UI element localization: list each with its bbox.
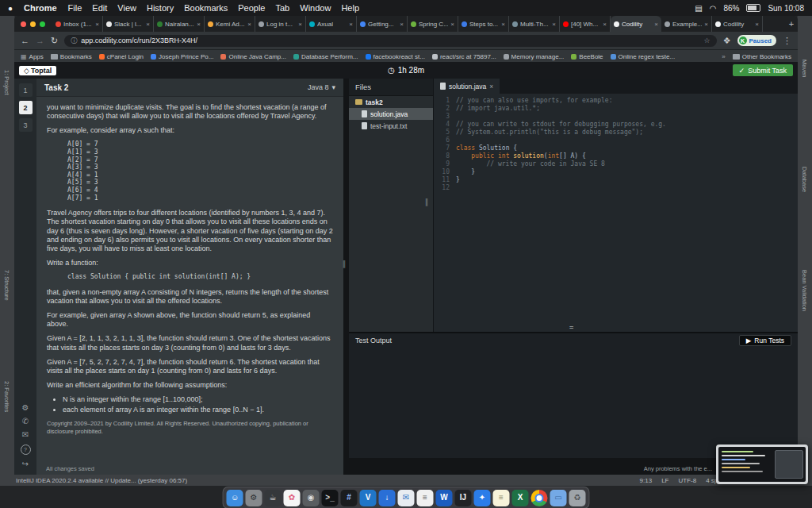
dock-finder-icon[interactable]: ☺ xyxy=(227,490,243,506)
code-line[interactable]: 2// import java.util.*; xyxy=(434,105,798,113)
code-line[interactable]: 7class Solution { xyxy=(434,144,798,152)
desc-splitter-handle[interactable]: ║ xyxy=(342,260,347,267)
tab-close-icon[interactable]: × xyxy=(552,21,556,28)
other-bookmarks[interactable]: Other Bookmarks xyxy=(733,53,791,60)
menu-item-file[interactable]: File xyxy=(68,3,82,13)
bookmark-item[interactable]: cPanel Login xyxy=(99,53,144,60)
code-line[interactable]: 9 // write your code in Java SE 8 xyxy=(434,160,798,168)
url-text[interactable]: app.codility.com/c/run/2X3BRH-X4H/ xyxy=(81,37,197,44)
window-minimize-button[interactable] xyxy=(30,21,36,27)
task-nav-item-1[interactable]: 1 xyxy=(19,83,33,97)
help-icon[interactable]: ? xyxy=(21,444,31,455)
bookmark-star-icon[interactable]: ☆ xyxy=(704,37,710,44)
code-line[interactable]: 8 public int solution(int[] A) { xyxy=(434,152,798,160)
tab-close-icon[interactable]: × xyxy=(95,21,99,28)
browser-tab[interactable]: Steps to...× xyxy=(458,16,509,32)
chrome-menu-icon[interactable]: ⋮ xyxy=(783,36,791,46)
profile-chip[interactable]: K Paused xyxy=(737,35,776,46)
dock-notes-icon[interactable]: ≡ xyxy=(493,490,510,506)
menu-item-view[interactable]: View xyxy=(117,3,136,13)
wifi-icon[interactable]: ◠ xyxy=(710,4,717,13)
browser-tab[interactable]: Kemi Ad...× xyxy=(205,16,255,32)
intellij-status-message[interactable]: IntelliJ IDEA 2020.2.4 available // Upda… xyxy=(16,477,187,484)
menu-item-people[interactable]: People xyxy=(238,3,265,13)
bookmark-item[interactable]: Online regex teste... xyxy=(611,53,676,60)
dock-downloads-icon[interactable]: ↓ xyxy=(379,490,396,506)
dock-word-icon[interactable]: W xyxy=(436,490,453,506)
toptal-logo[interactable]: ◇ Toptal xyxy=(19,66,56,75)
bookmark-item[interactable]: react/src at 75897... xyxy=(432,53,496,60)
dock-java-icon[interactable]: ☕ xyxy=(265,490,282,506)
bookmark-item[interactable]: BeeBole xyxy=(571,53,603,60)
browser-tab[interactable]: Log in t...× xyxy=(255,16,306,32)
apps-shortcut[interactable]: ▦ Apps xyxy=(21,53,44,60)
task-nav-item-2[interactable]: 2 xyxy=(19,101,33,114)
tool-window-button[interactable]: Database xyxy=(801,167,808,192)
menu-item-history[interactable]: History xyxy=(147,3,174,13)
browser-tab[interactable]: Codility× xyxy=(611,16,661,32)
dock-excel-icon[interactable]: X xyxy=(512,490,529,506)
dock-mail-icon[interactable]: ✉ xyxy=(398,490,415,506)
problems-link[interactable]: Any problems with the e... xyxy=(644,465,712,472)
file-tree-item[interactable]: solution.java xyxy=(349,108,433,120)
tab-close-icon[interactable]: × xyxy=(704,21,708,28)
dock-pages-icon[interactable]: ≡ xyxy=(417,490,434,506)
task-nav-item-3[interactable]: 3 xyxy=(19,118,33,132)
bookmark-item[interactable]: Memory manage... xyxy=(504,53,565,60)
settings-icon[interactable]: ⚙ xyxy=(22,404,29,412)
dock-folder-icon[interactable]: ▭ xyxy=(550,490,567,506)
menu-item-tab[interactable]: Tab xyxy=(276,3,290,13)
code-line[interactable]: 6 xyxy=(434,137,798,144)
dock-terminal-icon[interactable]: >_ xyxy=(322,490,339,506)
menu-item-bookmarks[interactable]: Bookmarks xyxy=(184,3,228,13)
browser-tab[interactable]: Multi-Th...× xyxy=(509,16,560,32)
dock-safari-icon[interactable]: ✦ xyxy=(474,490,491,506)
tab-close-icon[interactable]: × xyxy=(654,21,658,28)
code-area[interactable]: 1// you can also use imports, for exampl… xyxy=(434,94,798,192)
dock-trash-icon[interactable]: ♻ xyxy=(569,490,586,506)
tool-window-button[interactable]: 2: Favorites xyxy=(3,381,10,412)
browser-tab[interactable]: [40] Wh...× xyxy=(560,16,611,32)
tab-close-icon[interactable]: × xyxy=(197,21,201,28)
tab-close-icon[interactable]: × xyxy=(400,21,404,28)
file-tree-item[interactable]: test-input.txt xyxy=(349,120,433,132)
screen-share-preview[interactable] xyxy=(716,444,808,484)
reload-icon[interactable]: ↻ xyxy=(51,36,58,46)
logout-icon[interactable]: ↪ xyxy=(22,460,29,468)
dock-chrome-icon[interactable] xyxy=(531,490,548,506)
tab-close-icon[interactable]: × xyxy=(450,21,454,28)
submit-task-button[interactable]: ✓ Submit Task xyxy=(733,64,793,76)
file-tree-item[interactable]: task2 xyxy=(349,96,433,108)
browser-tab[interactable]: Axual× xyxy=(306,16,357,32)
bookmarks-overflow-icon[interactable]: » xyxy=(722,53,725,60)
dock-photos-icon[interactable]: ✿ xyxy=(284,490,301,506)
dock-terminal-alt-icon[interactable]: # xyxy=(341,490,358,506)
language-select[interactable]: Java 8 ▾ xyxy=(308,83,335,91)
site-info-icon[interactable]: ⓘ xyxy=(71,37,77,45)
browser-tab[interactable]: Slack | l...× xyxy=(103,16,154,32)
code-line[interactable]: 10 } xyxy=(434,168,798,176)
tab-close-icon[interactable]: × xyxy=(298,21,302,28)
browser-tab[interactable]: Getting...× xyxy=(357,16,408,32)
code-line[interactable]: 12 xyxy=(434,184,798,192)
menubar-clock[interactable]: Sun 10:08 xyxy=(768,4,804,13)
window-zoom-button[interactable] xyxy=(40,21,45,27)
bookmark-item[interactable]: Online Java Camp... xyxy=(220,53,285,60)
menu-item-edit[interactable]: Edit xyxy=(92,3,107,13)
display-icon[interactable]: ▤ xyxy=(695,4,702,13)
tool-window-button[interactable]: Bean Validation xyxy=(801,270,808,311)
code-line[interactable]: 1// you can also use imports, for exampl… xyxy=(434,97,798,105)
code-line[interactable]: 11} xyxy=(434,176,798,184)
code-line[interactable]: 5// System.out.println("this is a debug … xyxy=(434,129,798,137)
tool-window-button[interactable]: 7: Structure xyxy=(3,270,10,301)
tab-close-icon[interactable]: × xyxy=(755,21,759,28)
tab-close-icon[interactable]: × xyxy=(489,83,493,90)
browser-tab[interactable]: Nairalan...× xyxy=(154,16,205,32)
back-icon[interactable]: ← xyxy=(21,36,29,45)
output-splitter-handle[interactable]: = xyxy=(569,324,574,332)
browser-tab[interactable]: Spring C...× xyxy=(408,16,458,32)
dock-system-preferences-icon[interactable]: ⚙ xyxy=(246,490,262,506)
menu-item-help[interactable]: Help xyxy=(341,3,359,13)
browser-tab[interactable]: Inbox (1...× xyxy=(52,16,103,32)
code-line[interactable]: 3 xyxy=(434,113,798,121)
